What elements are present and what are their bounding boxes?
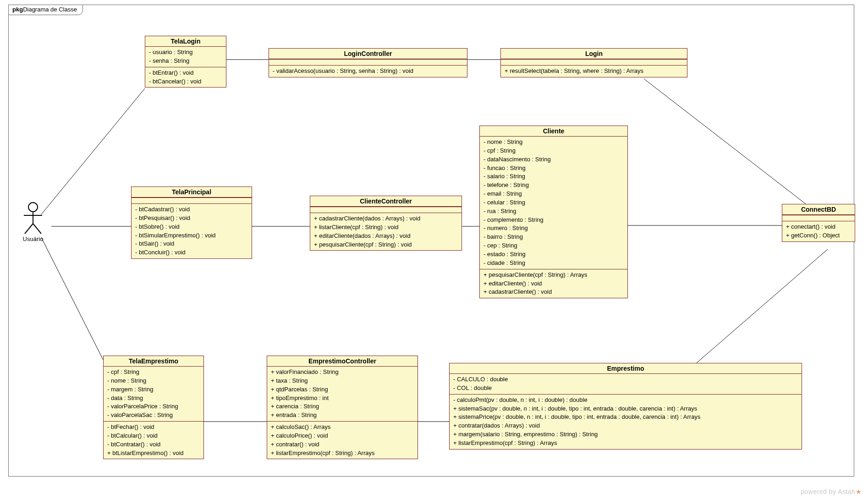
class-ops: - btEntrar() : void- btCancelar() : void (145, 67, 226, 88)
class-name: TelaPrincipal (132, 187, 252, 197)
watermark-icon: ★ (856, 488, 862, 495)
class-name: ClienteController (310, 196, 461, 207)
class-ops: - calculoPmt(pv : double, n : int, i : d… (450, 394, 802, 449)
class-emprestimo: Emprestimo - CALCULO : double- COL : dou… (449, 363, 802, 450)
class-attrs (782, 215, 855, 221)
class-telaemprestimo: TelaEmprestimo - cpf : String- nome : St… (103, 356, 204, 459)
class-ops: + pesquisarCliente(cpf : String) : Array… (480, 269, 627, 298)
package-tab: pkgDiagrama de Classe (8, 5, 83, 15)
class-telalogin: TelaLogin - usuario : String- senha : St… (145, 36, 226, 88)
class-attrs: + valorFinanciado : String+ taxa : Strin… (267, 367, 418, 421)
actor-label: Usuário (15, 236, 51, 242)
class-telaprincipal: TelaPrincipal - btCadastrar() : void- bt… (131, 186, 252, 259)
class-clientecontroller: ClienteController + cadastrarCliente(dad… (310, 196, 462, 251)
class-name: Login (501, 49, 687, 59)
class-name: LoginController (269, 49, 467, 59)
class-ops: - validarAcesso(usuario : String, senha … (269, 65, 467, 77)
class-ops: - btCadastrar() : void- btPesquisar() : … (132, 203, 252, 258)
class-logincontroller: LoginController - validarAcesso(usuario … (269, 48, 467, 77)
class-ops: - btFechar() : void- btCalcular() : void… (104, 421, 203, 459)
package-title: Diagrama de Classe (23, 6, 77, 13)
class-name: EmprestimoController (267, 356, 418, 367)
class-attrs (310, 207, 461, 213)
class-attrs: - nome : String- cpf : String- dataNasci… (480, 137, 627, 269)
svg-line-15 (25, 224, 33, 234)
class-name: Cliente (480, 126, 627, 137)
class-ops: + cadastrarCliente(dados : Arrays) : voi… (310, 213, 461, 250)
svg-point-12 (28, 203, 38, 212)
class-attrs (132, 197, 252, 203)
class-name: Emprestimo (450, 363, 802, 374)
class-name: TelaLogin (145, 36, 226, 47)
class-ops: + resultSelect(tabela : String, where : … (501, 65, 687, 77)
class-attrs (269, 59, 467, 65)
svg-line-16 (33, 224, 41, 234)
class-attrs: - usuario : String- senha : String (145, 47, 226, 67)
class-name: TelaEmprestimo (104, 356, 203, 367)
class-connectbd: ConnectBD + conectart() : void+ getConn(… (782, 204, 855, 242)
watermark: powered by Astah★ (801, 488, 862, 495)
class-attrs (501, 59, 687, 65)
class-attrs: - CALCULO : double- COL : double (450, 374, 802, 394)
class-name: ConnectBD (782, 204, 855, 215)
actor-usuario: Usuário (15, 202, 51, 242)
package-prefix: pkg (12, 6, 23, 13)
watermark-text: powered by Astah (801, 488, 855, 495)
class-attrs: - cpf : String- nome : String- margem : … (104, 367, 203, 421)
actor-icon (21, 202, 45, 235)
class-cliente: Cliente - nome : String- cpf : String- d… (479, 126, 628, 298)
class-login: Login + resultSelect(tabela : String, wh… (500, 48, 687, 77)
class-ops: + conectart() : void+ getConn() : Object (782, 221, 855, 241)
class-emprestimocontroller: EmprestimoController + valorFinanciado :… (267, 356, 418, 459)
class-ops: + calculoSac() : Arrays+ calculoPrice() … (267, 421, 418, 459)
